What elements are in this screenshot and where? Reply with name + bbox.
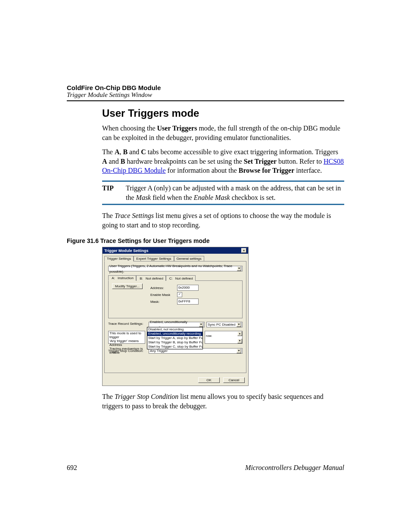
para-trace-settings: The Trace Settings list menu gives a set… bbox=[102, 211, 344, 230]
tip-rule-bottom bbox=[102, 204, 344, 205]
chevron-down-icon: ▼ bbox=[199, 322, 203, 327]
input-address[interactable]: 0x2000 bbox=[177, 285, 199, 291]
dialog-trigger-module-settings: Trigger Module Settings × Trigger Settin… bbox=[102, 247, 249, 386]
tip-block: TIP Trigger A (only) can be adjusted wit… bbox=[102, 184, 344, 202]
chevron-down-icon: ▼ bbox=[237, 266, 241, 271]
tip-rule-top bbox=[102, 180, 344, 182]
para-stop-condition: The Trigger Stop Condition list menu all… bbox=[102, 392, 344, 411]
listbox-right[interactable]: row. ▲ ▼ bbox=[205, 331, 243, 344]
combo-sync-pc[interactable]: Sync PC Disabled ▼ bbox=[206, 322, 243, 327]
ok-button[interactable]: OK bbox=[198, 377, 220, 383]
checkbox-enable-mask[interactable]: ✓ bbox=[177, 292, 182, 297]
label-trace-record-settings: Trace Record Settings: bbox=[108, 322, 147, 326]
chevron-down-icon: ▼ bbox=[237, 348, 241, 353]
running-head-subtitle: Trigger Module Settings Window bbox=[67, 91, 344, 99]
option-start-c[interactable]: Start by Trigger C, stop by Buffer Full bbox=[147, 345, 202, 349]
dropdown-trace-record-options[interactable]: Disabled, not recording Enabled, uncondi… bbox=[147, 327, 203, 349]
cancel-button[interactable]: Cancel bbox=[223, 377, 245, 383]
combo-mode[interactable]: User Triggers (Triggers, 2 Automatic HW … bbox=[108, 266, 243, 271]
tab-trigger-a[interactable]: A: Instruction bbox=[108, 275, 136, 281]
modify-trigger-button[interactable]: Modify Trigger... bbox=[112, 283, 143, 289]
section-heading: User Triggers mode bbox=[102, 107, 344, 119]
manual-title: Microcontrollers Debugger Manual bbox=[245, 464, 344, 472]
label-enable-mask: Enable Mask bbox=[150, 293, 174, 297]
tab-trigger-b[interactable]: B: Not defined bbox=[136, 275, 166, 281]
scroll-down-icon[interactable]: ▼ bbox=[237, 339, 242, 343]
tip-text: Trigger A (only) can be adjusted with a … bbox=[126, 184, 344, 202]
option-start-b[interactable]: Start by Trigger B, stop by Buffer Full bbox=[147, 340, 202, 345]
option-start-a[interactable]: Start by Trigger A, stop by Buffer Full bbox=[147, 336, 202, 340]
para-tabs: The A, B and C tabs become accessible to… bbox=[102, 147, 344, 175]
listbox-mode-description: This mode is used to trigger 'Any trigge… bbox=[108, 331, 145, 344]
page-number: 692 bbox=[67, 464, 77, 472]
input-mask[interactable]: 0xFFF8 bbox=[177, 299, 199, 305]
label-mask: Mask: bbox=[150, 300, 174, 304]
chevron-down-icon: ▼ bbox=[237, 322, 241, 327]
option-disabled[interactable]: Disabled, not recording bbox=[147, 327, 202, 332]
option-enabled-unconditional[interactable]: Enabled, unconditionally recording bbox=[147, 332, 202, 336]
dialog-title: Trigger Module Settings bbox=[104, 249, 149, 253]
para-intro: When choosing the User Triggers mode, th… bbox=[102, 124, 344, 142]
combo-mode-value: User Triggers (Triggers, 2 Automatic HW … bbox=[109, 263, 237, 274]
tip-label: TIP bbox=[102, 184, 126, 202]
scroll-up-icon[interactable]: ▲ bbox=[237, 331, 242, 336]
running-head-chapter: ColdFire On-Chip DBG Module bbox=[67, 84, 344, 91]
figure-caption: Figure 31.6 Trace Settings for User Trig… bbox=[67, 237, 344, 244]
tab-trigger-settings[interactable]: Trigger Settings bbox=[104, 256, 134, 261]
header-rule bbox=[67, 100, 344, 101]
label-address: Address: bbox=[150, 286, 174, 290]
close-icon[interactable]: × bbox=[241, 248, 246, 253]
tab-trigger-c[interactable]: C: Not defined bbox=[166, 275, 196, 281]
